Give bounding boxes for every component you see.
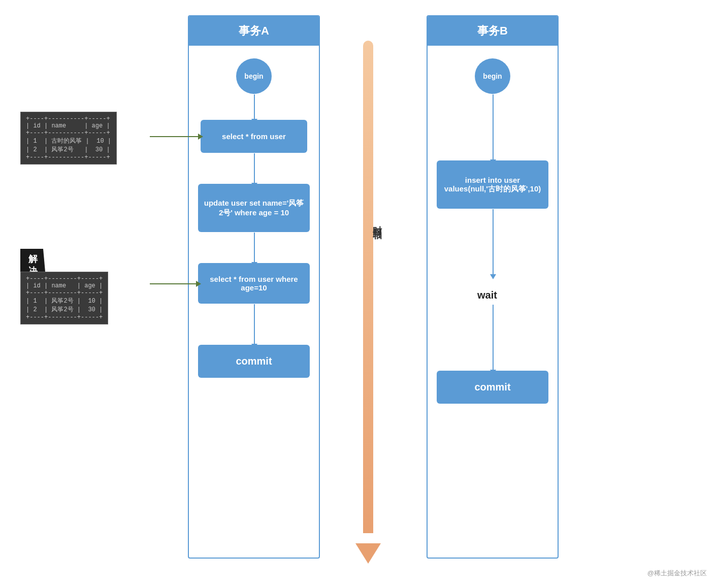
begin-b-node: begin xyxy=(475,58,510,94)
commit-b-node: commit xyxy=(437,371,548,404)
arrow-update-to-selectwhere xyxy=(254,233,255,263)
wait-label: wait xyxy=(477,289,497,301)
time-axis: 时间轴 xyxy=(355,41,381,564)
table1-content: +----+----------+-----+ | id | name | ag… xyxy=(20,112,117,165)
connector-table2 xyxy=(150,283,197,284)
update-node: update user set name='风筝2号' where age = … xyxy=(198,184,310,232)
arrow-wait-to-commitb xyxy=(493,305,494,371)
time-axis-bar xyxy=(363,41,373,533)
select-all-node: select * from user xyxy=(201,120,307,153)
arrow-begin-to-select xyxy=(254,94,255,120)
insert-node: insert into user values(null,'古时的风筝',10) xyxy=(437,160,548,209)
arrow-select-to-update xyxy=(254,153,255,184)
arrow-beginb-to-insert xyxy=(493,94,494,160)
arrow-insert-to-wait xyxy=(493,209,494,275)
time-axis-label: 时间轴 xyxy=(371,218,383,224)
commit-a-node: commit xyxy=(198,345,310,378)
begin-a-node: begin xyxy=(236,58,272,94)
connector-table1 xyxy=(150,136,199,137)
transaction-a-header: 事务A xyxy=(189,16,319,46)
select-where-node: select * from user where age=10 xyxy=(198,263,310,304)
time-axis-arrow xyxy=(355,543,381,564)
arrow-selectwhere-to-commit xyxy=(254,304,255,345)
watermark: @稀土掘金技术社区 xyxy=(647,569,707,578)
table2-content: +----+--------+-----+ | id | name | age … xyxy=(20,272,108,324)
diagram-container: 事务A 事务B 时间轴 begin select * from user upd… xyxy=(0,0,717,588)
transaction-b-header: 事务B xyxy=(428,16,558,46)
